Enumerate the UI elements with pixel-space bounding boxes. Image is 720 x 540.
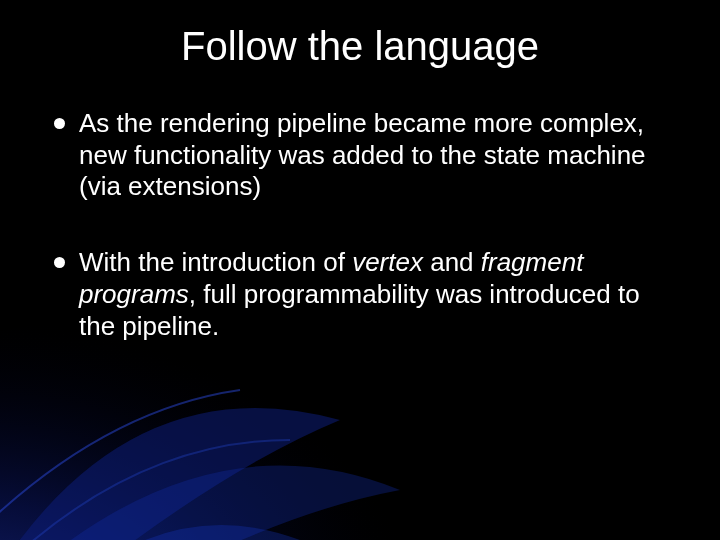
slide-body: As the rendering pipeline became more co…: [54, 108, 666, 386]
bullet-item: With the introduction of vertex and frag…: [54, 247, 666, 342]
bullet-item: As the rendering pipeline became more co…: [54, 108, 666, 203]
slide: Follow the language As the rendering pip…: [0, 0, 720, 540]
bullet-dot-icon: [54, 257, 65, 268]
bullet-text: With the introduction of vertex and frag…: [79, 247, 666, 342]
slide-title: Follow the language: [0, 24, 720, 69]
bullet-dot-icon: [54, 118, 65, 129]
bullet-text: As the rendering pipeline became more co…: [79, 108, 666, 203]
